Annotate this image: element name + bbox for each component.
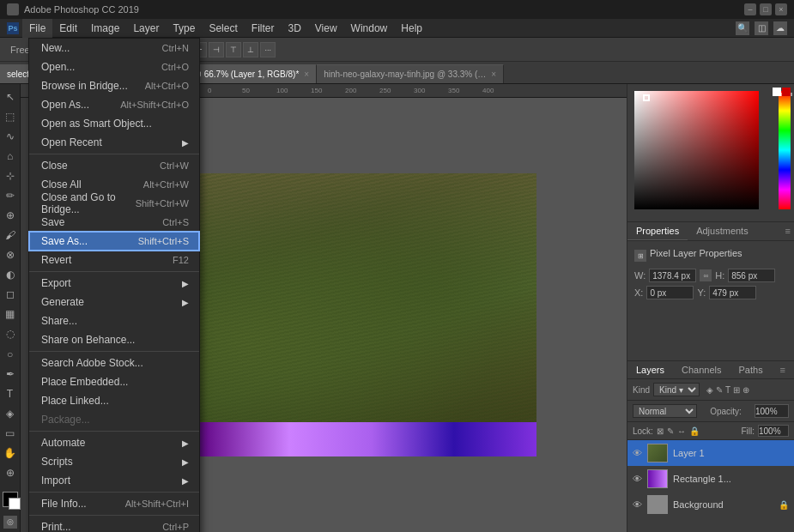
menu-revert[interactable]: Revert F12 [29, 251, 199, 269]
menu-stock-label: Search Adobe Stock... [41, 357, 143, 369]
menu-print[interactable]: Print... Ctrl+P [29, 517, 199, 532]
sep-5 [29, 492, 199, 493]
menu-openrecent-arrow: ▶ [182, 138, 189, 148]
menu-scripts-arrow: ▶ [182, 457, 189, 467]
menu-share-label: Share... [41, 315, 77, 327]
menu-automate-arrow: ▶ [182, 438, 189, 448]
menu-saveas-shortcut: Shift+Ctrl+S [138, 236, 189, 246]
menu-save[interactable]: Save Ctrl+S [29, 213, 199, 232]
menu-sharebehance-label: Share on Behance... [41, 334, 135, 346]
menu-share-behance[interactable]: Share on Behance... [29, 330, 199, 349]
menu-new[interactable]: New... Ctrl+N [29, 39, 199, 57]
menu-package-label: Package... [41, 414, 90, 426]
menu-place-embedded[interactable]: Place Embedded... [29, 372, 199, 391]
menu-open-label: Open... [41, 61, 75, 73]
menu-closebridge-shortcut: Shift+Ctrl+W [136, 198, 189, 209]
menu-export-label: Export [41, 277, 71, 289]
menu-open[interactable]: Open... Ctrl+O [29, 57, 199, 76]
menu-import-label: Import [41, 475, 70, 487]
menu-print-label: Print... [41, 521, 71, 532]
menu-browse-shortcut: Alt+Ctrl+O [145, 81, 189, 91]
menu-closeall-label: Close All [41, 178, 82, 190]
menu-import-arrow: ▶ [182, 476, 189, 486]
menu-scripts-label: Scripts [41, 456, 73, 468]
menu-save-as[interactable]: Save As... Shift+Ctrl+S [29, 232, 199, 251]
menu-fileinfo-shortcut: Alt+Shift+Ctrl+I [125, 499, 189, 509]
sep-2 [29, 271, 199, 272]
menu-openrecent-label: Open Recent [41, 136, 102, 148]
menu-open-recent[interactable]: Open Recent ▶ [29, 133, 199, 152]
menu-generate[interactable]: Generate ▶ [29, 293, 199, 311]
menu-automate[interactable]: Automate ▶ [29, 433, 199, 452]
menu-save-shortcut: Ctrl+S [162, 217, 189, 227]
menu-file-info[interactable]: File Info... Alt+Shift+Ctrl+I [29, 494, 199, 513]
menu-automate-label: Automate [41, 437, 85, 449]
sep-6 [29, 515, 199, 516]
menu-new-label: New... [41, 42, 70, 54]
menu-close[interactable]: Close Ctrl+W [29, 156, 199, 175]
menu-close-goto-bridge[interactable]: Close and Go to Bridge... Shift+Ctrl+W [29, 194, 199, 213]
menu-search-stock[interactable]: Search Adobe Stock... [29, 354, 199, 372]
menu-open-smart[interactable]: Open as Smart Object... [29, 114, 199, 133]
sep-4 [29, 431, 199, 432]
menu-close-label: Close [41, 160, 68, 172]
menu-openas-shortcut: Alt+Shift+Ctrl+O [120, 100, 189, 110]
menu-package: Package... [29, 410, 199, 429]
menu-openas-label: Open As... [41, 99, 89, 111]
menu-browse-label: Browse in Bridge... [41, 80, 128, 92]
menu-linked-label: Place Linked... [41, 395, 109, 407]
menu-generate-arrow: ▶ [182, 298, 189, 307]
menu-generate-label: Generate [41, 296, 84, 308]
menu-revert-label: Revert [41, 254, 71, 266]
sep-3 [29, 351, 199, 352]
menu-closeall-shortcut: Alt+Ctrl+W [143, 179, 189, 190]
menu-new-shortcut: Ctrl+N [162, 43, 189, 53]
menu-scripts[interactable]: Scripts ▶ [29, 452, 199, 471]
file-dropdown-menu: New... Ctrl+N Open... Ctrl+O Browse in B… [28, 38, 200, 532]
menu-share[interactable]: Share... [29, 311, 199, 330]
menu-saveas-label: Save As... [41, 235, 88, 247]
menu-save-label: Save [41, 216, 64, 228]
menu-browse-bridge[interactable]: Browse in Bridge... Alt+Ctrl+O [29, 76, 199, 95]
menu-embedded-label: Place Embedded... [41, 376, 128, 388]
menu-closebridge-label: Close and Go to Bridge... [41, 191, 136, 215]
menu-revert-shortcut: F12 [173, 255, 189, 265]
menu-import[interactable]: Import ▶ [29, 471, 199, 490]
menu-open-as[interactable]: Open As... Alt+Shift+Ctrl+O [29, 95, 199, 114]
menu-place-linked[interactable]: Place Linked... [29, 391, 199, 410]
sep-1 [29, 154, 199, 154]
menu-opensmart-label: Open as Smart Object... [41, 118, 152, 130]
menu-fileinfo-label: File Info... [41, 498, 87, 510]
menu-open-shortcut: Ctrl+O [161, 62, 189, 72]
menu-export-arrow: ▶ [182, 279, 189, 288]
menu-export[interactable]: Export ▶ [29, 274, 199, 293]
menu-close-shortcut: Ctrl+W [160, 160, 189, 171]
menu-overlay: New... Ctrl+N Open... Ctrl+O Browse in B… [0, 0, 794, 532]
menu-print-shortcut: Ctrl+P [162, 522, 189, 532]
